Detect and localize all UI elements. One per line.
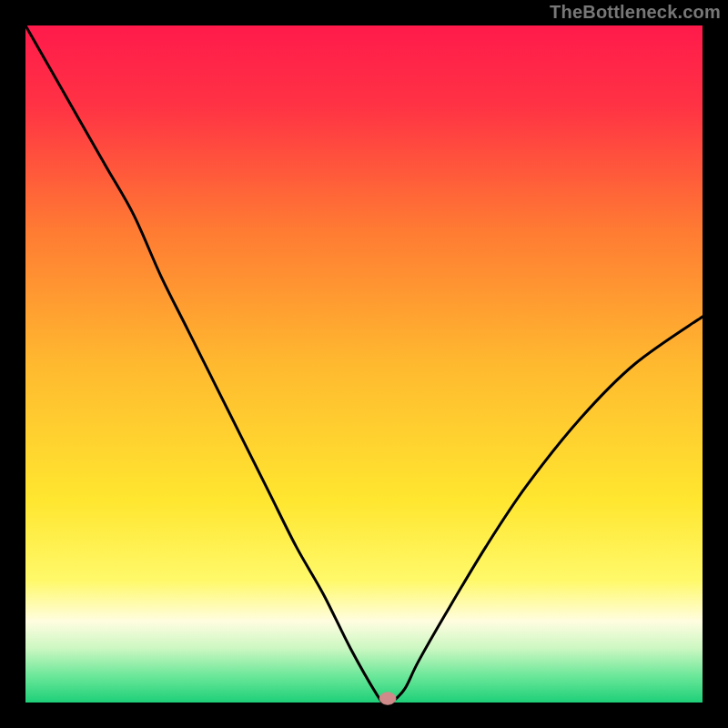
watermark-text: TheBottleneck.com <box>550 2 721 23</box>
chart-background <box>25 25 703 703</box>
optimal-marker <box>379 693 396 704</box>
chart-container: TheBottleneck.com <box>0 0 728 728</box>
bottleneck-chart <box>0 0 728 728</box>
